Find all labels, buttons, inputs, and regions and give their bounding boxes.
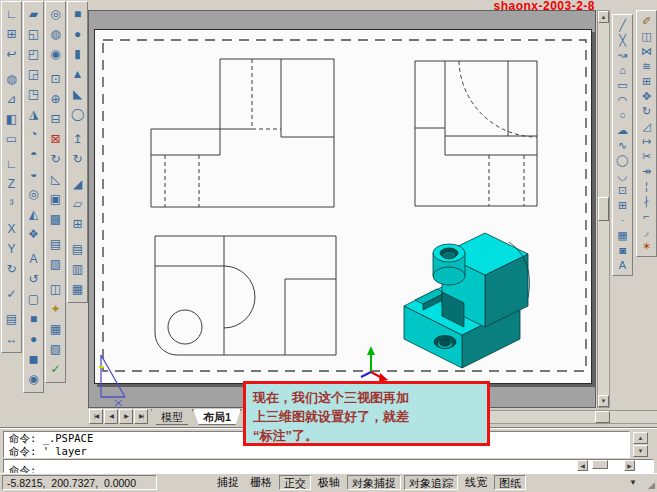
status-menu-icon[interactable]: ▼ (629, 478, 637, 487)
status-ortho-button[interactable]: 正交 (279, 475, 311, 490)
box-surface[interactable]: ◰ (25, 45, 43, 63)
move-ucs[interactable]: ↔ (3, 330, 21, 348)
revolve[interactable]: ↻ (69, 150, 87, 168)
offset[interactable]: ≋ (638, 59, 656, 73)
extrude-faces[interactable]: ⊡ (47, 70, 65, 88)
copy[interactable]: ◫ (638, 29, 656, 43)
circle[interactable]: ○ (614, 108, 632, 122)
sphere-surface[interactable]: ◔ (25, 125, 43, 143)
command-hscroll-thumb[interactable] (592, 460, 608, 469)
status-osnap-button[interactable]: 对象捕捉 (347, 475, 401, 490)
rectangle[interactable]: ▭ (614, 78, 632, 92)
delete-faces[interactable]: ⊠ (47, 130, 65, 148)
shade-hidden[interactable]: ▢ (25, 290, 43, 308)
move-faces[interactable]: ⊕ (47, 90, 65, 108)
command-scroll-right-icon[interactable]: ▶ (624, 460, 635, 471)
tab-first-button[interactable]: |◀ (89, 409, 103, 424)
point[interactable]: · (614, 213, 632, 227)
ucs-previous[interactable]: ↩ (3, 45, 21, 63)
spline[interactable]: ∿ (614, 138, 632, 152)
tab-model[interactable]: 模型 (151, 409, 193, 425)
shade-gouraud[interactable]: ● (25, 330, 43, 348)
tab-layout1[interactable]: 布局1 (193, 409, 241, 425)
insert-block[interactable]: ⊡ (614, 183, 632, 197)
shade-3d-wireframe[interactable]: ↺ (25, 270, 43, 288)
sphere[interactable]: ● (69, 25, 87, 43)
mirror[interactable]: ⋈ (638, 44, 656, 58)
scale[interactable]: ◿ (638, 119, 656, 133)
imprint[interactable]: ◫ (47, 280, 65, 298)
interfere[interactable]: ⊞ (69, 215, 87, 233)
line[interactable]: ╱ (614, 18, 632, 32)
scroll-up-icon[interactable]: ▲ (598, 11, 609, 23)
cylinder[interactable]: ▮ (69, 45, 87, 63)
shade-gouraud-edges[interactable]: ◉ (25, 370, 43, 388)
status-otrack-button[interactable]: 对象追踪 (404, 475, 458, 490)
object-ucs[interactable]: ⊿ (3, 90, 21, 108)
status-polar-button[interactable]: 极轴 (314, 475, 344, 490)
z-axis-vector-ucs[interactable]: Z (3, 175, 21, 193)
subtract[interactable]: ◍ (47, 25, 65, 43)
vertical-scrollbar[interactable]: ▲ ▼ (597, 10, 610, 408)
tab-previous-button[interactable]: ◀ (104, 409, 118, 424)
multiline-text[interactable]: A (614, 258, 632, 272)
make-block[interactable]: ⊞ (614, 198, 632, 212)
cone-surface[interactable]: ◮ (25, 105, 43, 123)
array[interactable]: ⊞ (638, 74, 656, 88)
pyramid-surface[interactable]: ◳ (25, 85, 43, 103)
slice[interactable]: ◢ (69, 175, 87, 193)
chamfer[interactable]: ⌐ (638, 209, 656, 223)
intersect[interactable]: ◉ (47, 45, 65, 63)
resize-grip-icon[interactable]: ◢ (648, 480, 655, 490)
command-scroll-left-icon[interactable]: ◀ (577, 460, 588, 471)
z-rotate-ucs[interactable]: ↻ (3, 260, 21, 278)
status-grid-button[interactable]: 栅格 (246, 475, 276, 490)
shell[interactable]: ▧ (47, 340, 65, 358)
setup-profile[interactable]: ▦ (69, 280, 87, 298)
hatch[interactable]: ▦ (614, 228, 632, 242)
clean[interactable]: ✦ (47, 300, 65, 318)
separate[interactable]: ▦ (47, 320, 65, 338)
torus[interactable]: ◯ (69, 105, 87, 123)
three-point-ucs[interactable]: ³ (3, 195, 21, 213)
drawing-canvas[interactable] (88, 10, 596, 408)
command-scroll-down-icon[interactable]: ▼ (633, 445, 648, 457)
break[interactable]: ∤ (638, 194, 656, 208)
ucs-dialog[interactable]: ⊞ (3, 25, 21, 43)
edge-surface[interactable]: ❖ (25, 225, 43, 243)
wedge-surface[interactable]: ◲ (25, 65, 43, 83)
rotate-faces[interactable]: ↻ (47, 150, 65, 168)
face-ucs[interactable]: ◧ (3, 110, 21, 128)
tab-last-button[interactable]: ▶| (134, 409, 148, 424)
command-input-line[interactable]: 命令: ◀ ▶ (3, 459, 654, 473)
extrude[interactable]: ↥ (69, 130, 87, 148)
copy-edges[interactable]: ▤ (47, 235, 65, 253)
break-at-point[interactable]: ¦ (638, 179, 656, 193)
erase[interactable]: ✐ (638, 14, 656, 28)
ellipse-arc[interactable]: ◡ (614, 168, 632, 182)
status-lineweight-button[interactable]: 线宽 (461, 475, 491, 490)
region[interactable]: ◙ (614, 243, 632, 257)
edge[interactable]: ◭ (25, 205, 43, 223)
fillet[interactable]: ◞ (638, 224, 656, 238)
extend[interactable]: ↠ (638, 164, 656, 178)
dish-surface[interactable]: ◒ (25, 165, 43, 183)
scroll-down-icon[interactable]: ▼ (598, 395, 609, 407)
polyline[interactable]: ↝ (614, 48, 632, 62)
taper-faces[interactable]: ◺ (47, 170, 65, 188)
box[interactable]: ■ (69, 5, 87, 23)
horizontal-scroll-thumb[interactable] (595, 411, 610, 423)
color-faces[interactable]: ▩ (47, 210, 65, 228)
torus-surface[interactable]: ◎ (25, 185, 43, 203)
y-rotate-ucs[interactable]: Y (3, 240, 21, 258)
arc[interactable]: ◠ (614, 93, 632, 107)
cone[interactable]: ▲ (69, 65, 87, 83)
copy-faces[interactable]: ▣ (47, 190, 65, 208)
setup-view[interactable]: ▥ (69, 260, 87, 278)
revision-cloud[interactable]: ☁ (614, 123, 632, 137)
3d-face[interactable]: ◱ (25, 25, 43, 43)
apply-ucs[interactable]: ✓ (3, 285, 21, 303)
setup-drawing[interactable]: ▤ (69, 240, 87, 258)
ucs[interactable]: ∟ (3, 5, 21, 23)
section[interactable]: ▱ (69, 195, 87, 213)
